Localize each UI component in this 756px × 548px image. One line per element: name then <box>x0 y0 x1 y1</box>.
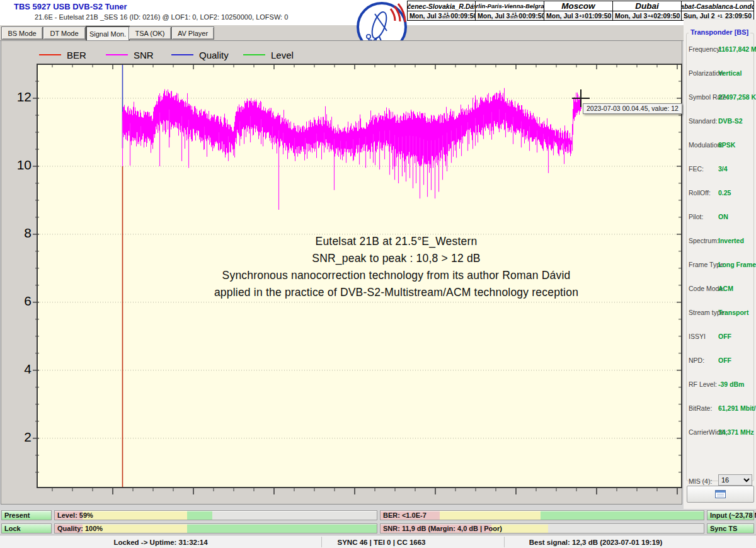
utc-offset: +1DST <box>510 13 518 19</box>
field-value: 8PSK <box>718 141 735 149</box>
clock-name: Dubai <box>613 1 681 11</box>
clock-date: Mon, Jul 3 <box>478 12 510 20</box>
field-value: 27497,258 KS/s <box>718 93 756 101</box>
field-value: 3/4 <box>718 165 728 173</box>
field-label: FEC: <box>689 165 704 173</box>
field-value: 34,371 MHz <box>718 428 754 436</box>
clock-name: Berlin-Paris-Vienna-Belgrade <box>476 1 544 11</box>
clock-time: Mon, Jul 3 +1DST 00:09:50 <box>476 11 544 20</box>
sync-ts-indicator: Sync TS <box>707 523 754 534</box>
clock-name: Lučenec-Slovakia_R.Dávid <box>408 1 475 11</box>
plot-area[interactable]: Eutelsat 21B at 21.5°E_Western SNR_peak … <box>37 64 682 488</box>
field-label: Spectrum: <box>689 237 719 244</box>
level-progressbar: Level: 59% <box>54 510 377 520</box>
field-value: 11617,842 MHz <box>718 45 756 53</box>
field-value: OFF <box>718 333 731 340</box>
chart-annotation: Eutelsat 21B at 21.5°E_Western SNR_peak … <box>113 233 680 301</box>
app-window: TBS 5927 USB DVB-S2 Tuner 21.6E - Eutels… <box>0 0 756 548</box>
y-tick-label: 10 <box>10 157 32 173</box>
field-label: Frequency: <box>689 45 722 53</box>
field-value: OFF <box>718 357 731 364</box>
clock-date: Sun, Jul 2 <box>684 12 715 20</box>
field-value: 0.25 <box>718 189 731 197</box>
mis-select[interactable]: 16 <box>718 474 752 486</box>
y-tick-label: 2 <box>10 430 32 445</box>
clock-rabat: Rabat-Casablanca-London Sun, Jul 2 +1 23… <box>681 1 754 21</box>
clock-hms: 00:09:50 <box>450 12 477 20</box>
annotation-line-1: Eutelsat 21B at 21.5°E_Western <box>113 233 680 250</box>
clock-hms: 00:09:50 <box>518 12 545 20</box>
clock-date: Mon, Jul 3 <box>546 12 578 20</box>
clock-time: Mon, Jul 3 +1DST 00:09:50 <box>408 11 475 20</box>
quality-line-swatch <box>171 54 193 55</box>
transport-stream-icon <box>715 490 726 498</box>
clock-date: Mon, Jul 3 <box>615 12 647 20</box>
window-title: TBS 5927 USB DVB-S2 Tuner <box>14 2 127 11</box>
field-label: Pilot: <box>689 213 703 220</box>
clock-hms: 02:09:50 <box>653 12 680 20</box>
world-clocks: Lučenec-Slovakia_R.Dávid Mon, Jul 3 +1DS… <box>408 1 754 21</box>
field-label: RollOff: <box>689 189 711 197</box>
tuner-status-line: 21.6E - Eutelsat 21B _SES 16 (ID: 0216) … <box>35 13 288 21</box>
clock-date: Mon, Jul 3 <box>410 12 442 20</box>
tab-dt-mode[interactable]: DT Mode <box>43 26 86 40</box>
field-label: BitRate: <box>689 404 712 412</box>
annotation-line-4: applied in the practice of DVB-S2-Multis… <box>113 284 680 301</box>
cursor-tooltip: 2023-07-03 00.04.45, value: 12 <box>583 103 682 114</box>
utc-offset: +4 <box>648 14 653 18</box>
ts-view-button[interactable] <box>687 486 754 503</box>
field-label: RF Level: <box>689 380 717 388</box>
transponder-panel: Transponder [BS] Frequency:11617,842 MHz… <box>684 20 756 509</box>
status-best-signal: Best signal: 12,3 dB (2023-07-01 19:19) <box>505 535 756 548</box>
status-uptime: Locked -> Uptime: 31:32:14 <box>0 535 321 548</box>
field-value: 61,291 Mbit/s <box>718 404 756 412</box>
legend-level: Level <box>243 50 294 60</box>
tab-av-player[interactable]: AV Player <box>171 26 214 40</box>
field-value: -39 dBm <box>718 380 744 388</box>
field-value: Transport <box>718 309 748 316</box>
field-label: ISSYI <box>689 333 706 340</box>
field-value: ACM <box>718 285 733 292</box>
field-value: Inverted <box>718 237 744 244</box>
clock-berlin: Berlin-Paris-Vienna-Belgrade Mon, Jul 3 … <box>475 1 544 21</box>
clock-hms: 01:09:50 <box>585 12 611 20</box>
present-indicator: Present <box>1 510 52 520</box>
lock-indicator: Lock <box>1 523 52 534</box>
quality-progressbar: Quality: 100% <box>54 523 377 534</box>
y-tick-label: 6 <box>10 294 32 309</box>
field-value: ON <box>718 213 728 220</box>
clock-time: Sun, Jul 2 +1 23:09:50 <box>682 11 753 20</box>
field-value: Vertical <box>718 69 742 77</box>
utc-offset: +1 <box>716 14 724 18</box>
mis-label: MIS (4): <box>689 477 712 485</box>
legend-ber: BER <box>39 50 86 60</box>
signal-chart-panel: BER SNR Quality Level 24681012 Eutelsat … <box>1 40 682 505</box>
legend-snr: SNR <box>106 50 154 60</box>
field-label: Standard: <box>689 117 718 125</box>
utc-offset: +3 <box>579 14 584 18</box>
field-value: DVB-S2 <box>718 117 743 125</box>
field-value: Long Frame <box>718 261 756 268</box>
ber-line-swatch <box>39 54 61 55</box>
utc-offset: +1DST <box>442 13 450 19</box>
level-line-swatch <box>243 54 265 55</box>
clock-time: Mon, Jul 3 +3 01:09:50 <box>544 11 612 20</box>
y-tick-label: 8 <box>10 225 32 241</box>
status-bar: Locked -> Uptime: 31:32:14 SYNC 46 | TEI… <box>0 535 756 548</box>
transponder-title: Transponder [BS] <box>689 28 750 36</box>
clock-time: Mon, Jul 3 +4 02:09:50 <box>613 11 681 20</box>
clock-name: Rabat-Casablanca-London <box>682 1 753 11</box>
tab-bs-mode[interactable]: BS Mode <box>1 26 43 40</box>
status-sync: SYNC 46 | TEI 0 | CC 1663 <box>322 535 504 548</box>
legend-quality: Quality <box>171 50 229 60</box>
y-tick-label: 12 <box>10 89 32 105</box>
tab-tsa[interactable]: TSA (OK) <box>129 26 171 40</box>
annotation-line-3: Synchronous nanocorrection technology fr… <box>113 267 680 284</box>
tab-signal-mon[interactable]: Signal Mon. <box>86 26 130 42</box>
clock-name: Moscow <box>544 1 612 11</box>
annotation-line-2: SNR_peak to peak : 10,8 > 12 dB <box>113 250 680 267</box>
snr-progressbar: SNR: 11,9 dB (Margin: 4,0 dB | Poor) <box>380 523 704 534</box>
tab-strip: BS Mode DT Mode Signal Mon. TSA (OK) AV … <box>0 25 684 41</box>
ber-progressbar: BER: <1.0E-7 <box>380 510 704 520</box>
clock-dubai: Dubai Mon, Jul 3 +4 02:09:50 <box>612 1 682 21</box>
